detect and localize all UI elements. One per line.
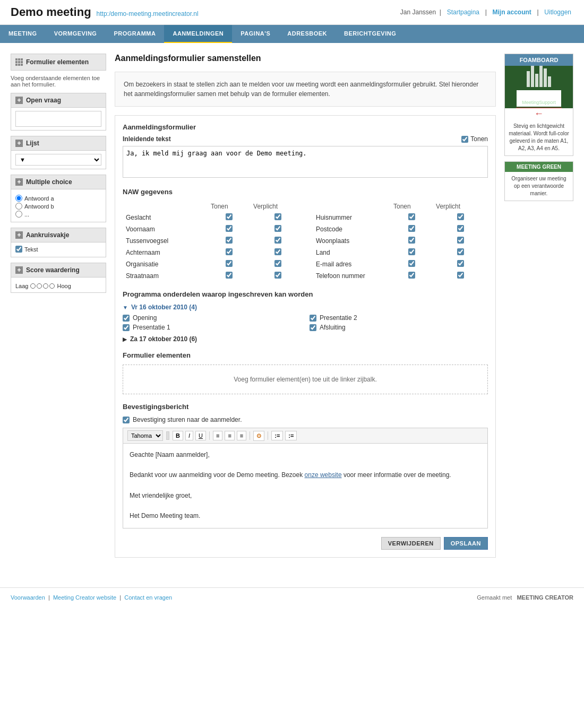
save-button[interactable]: OPSLAAN	[444, 537, 488, 550]
naw-tonen-cb-left[interactable]	[226, 225, 233, 232]
sidebar-mc-header[interactable]: + Multiple choice	[11, 175, 106, 189]
align-right-button[interactable]: ≡	[237, 431, 246, 440]
sidebar-lijst-header[interactable]: + Lijst	[11, 136, 106, 151]
naw-tonen-cb-left[interactable]	[226, 213, 233, 220]
naw-tonen-right[interactable]	[390, 270, 433, 282]
naw-tonen-cb-left[interactable]	[226, 260, 233, 267]
align-left-button[interactable]: ≡	[213, 431, 222, 440]
naw-tonen-left[interactable]	[208, 270, 250, 282]
day1-toggle[interactable]: ▼ Vr 16 oktober 2010 (4)	[123, 304, 488, 311]
naw-verplicht-cb-left[interactable]	[274, 272, 281, 279]
naw-tonen-cb-right[interactable]	[408, 237, 415, 244]
footer-link-website[interactable]: Meeting Creator website	[53, 594, 116, 601]
list-ordered-button[interactable]: :=	[271, 431, 283, 440]
naw-verplicht-cb-left[interactable]	[274, 260, 281, 267]
delete-button[interactable]: VERWIJDEREN	[381, 537, 441, 550]
naw-tonen-right[interactable]	[390, 212, 433, 223]
naw-verplicht-left[interactable]	[250, 258, 305, 270]
sidebar-score-widget[interactable]: + Score waardering Laag Hoog	[11, 263, 106, 293]
naw-tonen-cb-right[interactable]	[408, 260, 415, 267]
nav-vormgeving[interactable]: VORMGEVING	[46, 25, 106, 43]
sidebar-lijst-widget[interactable]: + Lijst ▼	[11, 136, 106, 169]
sidebar-mc-widget[interactable]: + Multiple choice Antwoord a Antwoord b	[11, 175, 106, 222]
naw-tonen-cb-left[interactable]	[226, 237, 233, 244]
naw-verplicht-cb-right[interactable]	[457, 237, 464, 244]
naw-verplicht-right[interactable]	[433, 270, 488, 282]
naw-verplicht-right[interactable]	[433, 212, 488, 223]
naw-tonen-cb-right[interactable]	[408, 248, 415, 255]
sidebar-aankruisvakje-widget[interactable]: + Aankruisvakje Tekst	[11, 228, 106, 257]
naw-tonen-right[interactable]	[390, 235, 433, 247]
mc-radio-c[interactable]	[15, 211, 22, 218]
image-button[interactable]: ⊙	[253, 431, 264, 441]
programme-item-checkbox[interactable]	[123, 315, 130, 322]
nav-uitloggen[interactable]: Uitloggen	[544, 8, 571, 16]
naw-verplicht-cb-right[interactable]	[457, 213, 464, 220]
naw-verplicht-cb-left[interactable]	[274, 213, 281, 220]
nav-programma[interactable]: PROGRAMMA	[105, 25, 164, 43]
naw-verplicht-left[interactable]	[250, 270, 305, 282]
nav-paginas[interactable]: PAGINA'S	[232, 25, 279, 43]
aankruisvakje-checkbox[interactable]	[15, 246, 22, 253]
naw-verplicht-cb-right[interactable]	[457, 248, 464, 255]
bevestiging-checkbox[interactable]	[123, 417, 130, 423]
underline-button[interactable]: U	[195, 431, 206, 440]
nav-meeting[interactable]: MEETING	[0, 25, 46, 43]
naw-tonen-left[interactable]	[208, 235, 250, 247]
intro-textarea[interactable]: Ja, ik meld mij graag aan voor de Demo m…	[123, 146, 488, 178]
sidebar-open-vraag-widget[interactable]: + Open vraag	[11, 93, 106, 131]
mc-radio-b[interactable]	[15, 203, 22, 210]
sidebar-score-header[interactable]: + Score waardering	[11, 263, 106, 278]
naw-tonen-right[interactable]	[390, 223, 433, 235]
naw-tonen-left[interactable]	[208, 223, 250, 235]
naw-tonen-cb-left[interactable]	[226, 272, 233, 279]
list-unordered-button[interactable]: :=	[285, 431, 297, 440]
naw-verplicht-right[interactable]	[433, 247, 488, 258]
naw-field-name-right: Land	[305, 247, 390, 258]
naw-verplicht-right[interactable]	[433, 223, 488, 235]
nav-mijn-account[interactable]: Mijn account	[493, 8, 531, 16]
naw-tonen-left[interactable]	[208, 247, 250, 258]
naw-tonen-right[interactable]	[390, 247, 433, 258]
naw-verplicht-left[interactable]	[250, 223, 305, 235]
naw-tonen-cb-left[interactable]	[226, 248, 233, 255]
naw-tonen-left[interactable]	[208, 212, 250, 223]
naw-verplicht-cb-right[interactable]	[457, 272, 464, 279]
naw-verplicht-right[interactable]	[433, 258, 488, 270]
nav-startpagina[interactable]: Startpagina	[447, 8, 479, 16]
naw-tonen-right[interactable]	[390, 258, 433, 270]
naw-verplicht-cb-left[interactable]	[274, 225, 281, 232]
naw-verplicht-right[interactable]	[433, 235, 488, 247]
italic-button[interactable]: I	[185, 431, 193, 440]
naw-tonen-cb-right[interactable]	[408, 272, 415, 279]
naw-verplicht-left[interactable]	[250, 247, 305, 258]
editor-link[interactable]: onze website	[305, 471, 342, 479]
align-center-button[interactable]: ≡	[225, 431, 234, 440]
naw-verplicht-cb-right[interactable]	[457, 260, 464, 267]
naw-tonen-left[interactable]	[208, 258, 250, 270]
naw-verplicht-cb-left[interactable]	[274, 237, 281, 244]
programme-item-checkbox[interactable]	[310, 315, 316, 322]
naw-verplicht-left[interactable]	[250, 235, 305, 247]
footer-link-voorwaarden[interactable]: Voorwaarden	[11, 594, 45, 601]
lijst-select[interactable]: ▼	[15, 154, 101, 166]
mc-radio-a[interactable]	[15, 195, 22, 202]
footer-link-contact[interactable]: Contact en vragen	[124, 594, 172, 601]
sidebar-aankruisvakje-header[interactable]: + Aankruisvakje	[11, 228, 106, 242]
nav-adresboek[interactable]: ADRESBOEK	[279, 25, 336, 43]
day2-toggle[interactable]: ▶ Za 17 oktober 2010 (6)	[123, 335, 488, 343]
naw-verplicht-cb-right[interactable]	[457, 225, 464, 232]
font-select[interactable]: Tahoma Arial Verdana	[127, 430, 163, 441]
naw-tonen-cb-right[interactable]	[408, 225, 415, 232]
naw-verplicht-left[interactable]	[250, 212, 305, 223]
tonen-checkbox[interactable]	[461, 136, 468, 143]
programme-item-checkbox[interactable]	[310, 324, 316, 331]
programme-item-checkbox[interactable]	[123, 324, 130, 331]
nav-berichtgeving[interactable]: BERICHTGEVING	[336, 25, 405, 43]
nav-aanmeldingen[interactable]: AANMELDINGEN	[164, 25, 232, 43]
naw-verplicht-cb-left[interactable]	[274, 248, 281, 255]
naw-tonen-cb-right[interactable]	[408, 213, 415, 220]
editor-body[interactable]: Geachte [Naam aanmelder], Bedankt voor u…	[123, 444, 488, 528]
bold-button[interactable]: B	[173, 431, 183, 440]
sidebar-open-vraag-header[interactable]: + Open vraag	[11, 93, 106, 108]
